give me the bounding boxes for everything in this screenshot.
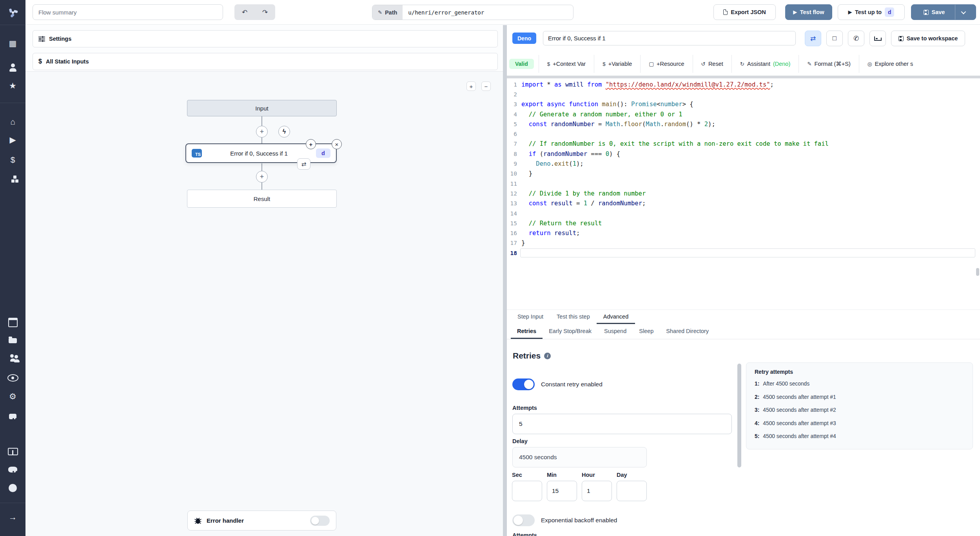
github-icon[interactable] (0, 483, 25, 493)
attempts-input[interactable] (512, 414, 732, 434)
code-line-8: 8 if (randomNumber === 0) { (507, 149, 980, 159)
folder-icon[interactable] (0, 335, 25, 345)
code-line-1: 1import * as wmill from "https://deno.la… (507, 80, 980, 89)
-variable-button[interactable]: $+Variable (594, 55, 640, 73)
suspend-phone-icon-button[interactable]: ✆ (848, 31, 864, 46)
path-control[interactable]: ✎ Path u/henri/error_generator (372, 5, 573, 20)
constant-retry-label: Constant retry enabled (541, 381, 603, 388)
star-icon[interactable]: ★ (0, 81, 25, 91)
users-gear-icon (10, 354, 16, 362)
undo-icon[interactable]: ↶ (242, 9, 247, 16)
retry-attempts-card: Retry attempts 1:After 4500 seconds2:450… (746, 362, 973, 449)
retry-attempt-text: After 4500 seconds (763, 381, 809, 387)
flow-node-result[interactable]: Result (187, 190, 337, 208)
early-stop-icon-button[interactable]: □ (826, 31, 843, 46)
editor-splitter[interactable] (507, 76, 980, 78)
line-number: 9 (507, 161, 517, 167)
day-input[interactable] (617, 481, 647, 501)
format-s--button[interactable]: ✎Format (⌘+S) (799, 55, 859, 73)
delete-step-icon[interactable]: × (332, 139, 342, 149)
step-tabs: Step InputTest this stepAdvanced (507, 310, 980, 324)
robot-icon[interactable] (0, 411, 25, 422)
typescript-badge: TS (192, 149, 202, 158)
assistant-button[interactable]: ↻Assistant (Deno) (731, 55, 799, 73)
sleep-bed-icon-button[interactable] (869, 31, 886, 46)
line-number: 12 (507, 190, 517, 197)
tab-advanced[interactable]: Advanced (597, 310, 635, 324)
building-icon[interactable]: ▦ (0, 38, 25, 49)
step-retry-icon[interactable]: ⇄ (297, 158, 310, 170)
play-icon[interactable]: ▶ (0, 135, 25, 145)
code-line-16: 16 return result; (507, 228, 980, 238)
constant-retry-toggle[interactable] (512, 378, 535, 390)
panel-splitter[interactable] (503, 25, 507, 536)
calendar-icon (8, 318, 18, 327)
retries-scrollbar[interactable] (737, 364, 741, 467)
subtab-retries[interactable]: Retries (511, 324, 543, 339)
code-editor[interactable]: 1import * as wmill from "https://deno.la… (507, 78, 980, 310)
flow-node-input[interactable]: Input (187, 100, 337, 116)
redo-icon[interactable]: ↷ (262, 9, 268, 16)
retry-loop-icon-button[interactable]: ⇄ (805, 31, 821, 46)
step-name-input[interactable] (543, 31, 796, 45)
tab-test-this-step[interactable]: Test this step (550, 310, 597, 324)
sec-input[interactable] (512, 481, 542, 501)
-context-var-button[interactable]: $+Context Var (539, 55, 594, 73)
arrow-right-icon[interactable]: → (0, 512, 25, 522)
subtab-suspend[interactable]: Suspend (598, 324, 633, 339)
zoom-in-button[interactable]: + (466, 81, 476, 91)
gear-icon[interactable]: ⚙ (0, 391, 25, 402)
save-dropdown-button[interactable] (955, 5, 971, 20)
line-number: 1 (507, 81, 517, 88)
subtab-early-stop-break[interactable]: Early Stop/Break (543, 324, 598, 339)
toolbar-button-icon: ↻ (740, 61, 744, 67)
home-icon[interactable]: ⌂ (0, 117, 25, 127)
windmill-logo-icon[interactable] (0, 0, 25, 25)
info-icon[interactable]: i (544, 353, 551, 359)
test-up-to-button[interactable]: ▶ Test up to d (838, 4, 905, 20)
exponential-backoff-toggle[interactable] (512, 514, 535, 526)
book-icon[interactable] (0, 446, 25, 456)
zoom-out-button[interactable]: − (481, 81, 491, 91)
retry-attempts-title: Retry attempts (755, 369, 964, 375)
subtab-shared-directory[interactable]: Shared Directory (660, 324, 715, 339)
discord-icon[interactable] (0, 464, 25, 474)
save-to-workspace-button[interactable]: Save to workspace (891, 31, 965, 46)
explore-other-s-button[interactable]: ◎Explore other s (859, 55, 921, 73)
reset-button[interactable]: ↺Reset (693, 55, 731, 73)
flow-canvas[interactable]: + − Input + ϟ TS Error if 0, Success if … (25, 71, 503, 536)
subtab-sleep[interactable]: Sleep (633, 324, 660, 339)
all-static-inputs-bar[interactable]: $ All Static Inputs (33, 53, 498, 70)
test-flow-button[interactable]: ▶ Test flow (785, 4, 832, 20)
delay-input[interactable] (512, 447, 647, 467)
toolbar-button-label: Format (⌘+S) (815, 61, 851, 67)
line-number: 15 (507, 220, 517, 226)
flow-settings-bar[interactable]: Settings (33, 30, 498, 47)
save-button[interactable]: Save (916, 5, 952, 20)
tab-step-input[interactable]: Step Input (511, 310, 550, 324)
eye-icon[interactable] (0, 373, 25, 383)
users-gear-icon[interactable] (0, 353, 25, 363)
user-icon (9, 63, 16, 72)
move-step-icon[interactable]: + (306, 139, 316, 149)
dollar-icon[interactable]: $ (0, 155, 25, 165)
editor-scrollbar[interactable] (976, 268, 979, 276)
code-lines: 1import * as wmill from "https://deno.la… (507, 78, 980, 258)
error-handler-toggle[interactable] (310, 516, 330, 526)
folder-icon (9, 337, 17, 343)
min-input[interactable] (547, 481, 577, 501)
insert-step-button[interactable]: + (256, 126, 268, 138)
-resource-button[interactable]: ▢+Resource (640, 55, 692, 73)
trigger-bolt-icon[interactable]: ϟ (278, 126, 290, 138)
valid-status-badge: Valid (509, 59, 534, 69)
export-json-button[interactable]: Export JSON (713, 4, 776, 20)
cubes-icon[interactable] (0, 174, 25, 184)
hour-input[interactable] (582, 481, 612, 501)
toolbar-button-icon: ◎ (867, 61, 872, 67)
insert-step-button[interactable]: + (256, 171, 268, 183)
error-handler-card[interactable]: Error handler (187, 511, 336, 531)
user-icon[interactable] (0, 62, 25, 72)
flow-summary-input[interactable] (33, 4, 223, 20)
calendar-icon[interactable] (0, 317, 25, 328)
editor-toolbar: Valid $+Context Var$+Variable▢+Resource↺… (507, 55, 980, 73)
